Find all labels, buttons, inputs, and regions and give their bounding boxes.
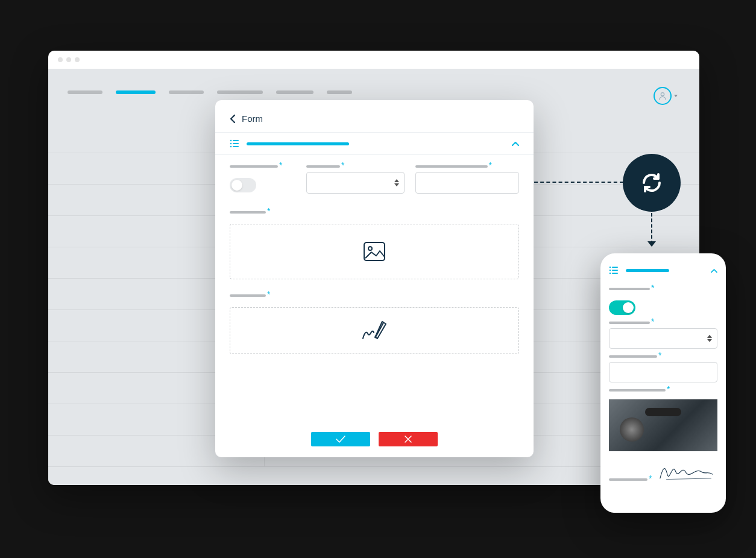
svg-rect-14 <box>612 273 618 274</box>
engine-photo[interactable] <box>609 399 717 451</box>
nav-tab[interactable] <box>68 90 102 94</box>
signature-icon <box>359 318 389 343</box>
connector-line <box>651 213 652 244</box>
sync-badge <box>623 154 681 212</box>
field-signature: * <box>230 294 519 354</box>
toggle-switch-on[interactable] <box>609 300 635 315</box>
svg-point-11 <box>610 270 611 271</box>
chevron-left-icon[interactable] <box>230 114 236 124</box>
svg-rect-4 <box>233 143 239 144</box>
section-title-placeholder <box>247 142 349 145</box>
svg-rect-12 <box>612 270 618 271</box>
required-asterisk: * <box>267 209 270 213</box>
svg-rect-10 <box>612 267 618 268</box>
form-body: * * <box>215 155 534 354</box>
field-text: * <box>415 165 519 194</box>
modal-title: Form <box>242 113 263 124</box>
checkmark-icon <box>335 435 346 443</box>
arrow-down-icon <box>647 241 656 247</box>
select-caret-icon <box>394 179 399 186</box>
nav-tab[interactable] <box>169 90 204 94</box>
svg-rect-7 <box>364 243 385 261</box>
required-asterisk: * <box>658 354 661 357</box>
form-modal: Form * <box>215 100 534 457</box>
toggle-switch[interactable] <box>230 178 256 192</box>
field-toggle: * <box>230 165 295 194</box>
phone-preview: * * * <box>600 253 726 513</box>
svg-rect-2 <box>233 140 239 141</box>
browser-title-bar <box>48 51 699 69</box>
list-icon <box>609 265 619 275</box>
image-upload-area[interactable] <box>230 224 519 279</box>
svg-point-1 <box>230 140 232 142</box>
text-input[interactable] <box>415 172 519 194</box>
required-asterisk: * <box>651 286 654 290</box>
select-input[interactable] <box>609 328 717 349</box>
window-dot[interactable] <box>58 57 63 62</box>
phone-section-header[interactable] <box>609 264 717 281</box>
field-select: * <box>306 165 405 194</box>
phone-field-signature: * <box>609 461 717 481</box>
user-icon <box>658 91 667 101</box>
svg-point-13 <box>610 273 611 274</box>
phone-field-toggle: * <box>609 287 717 315</box>
required-asterisk: * <box>267 293 270 296</box>
signature-area[interactable] <box>230 307 519 354</box>
list-icon <box>230 139 239 148</box>
phone-field-image: * <box>609 388 717 451</box>
connector-line <box>534 182 623 183</box>
select-caret-icon <box>707 335 712 342</box>
svg-point-8 <box>368 247 372 250</box>
window-dot[interactable] <box>75 57 80 62</box>
phone-field-text: * <box>609 355 717 382</box>
text-input[interactable] <box>609 362 717 382</box>
image-icon <box>362 239 387 264</box>
nav-tab[interactable] <box>327 90 352 94</box>
select-input[interactable] <box>306 172 405 194</box>
phone-form-body: * * * <box>609 287 717 481</box>
required-asterisk: * <box>341 163 344 167</box>
required-asterisk: * <box>649 477 652 480</box>
nav-tab-active[interactable] <box>116 90 156 94</box>
chevron-up-icon[interactable] <box>711 268 717 273</box>
confirm-button[interactable] <box>311 432 370 446</box>
nav-tabs <box>48 69 699 101</box>
avatar[interactable] <box>654 87 672 105</box>
cancel-button[interactable] <box>379 432 438 446</box>
close-icon <box>404 435 412 443</box>
nav-tab[interactable] <box>276 90 313 94</box>
section-header[interactable] <box>215 132 534 155</box>
nav-tab[interactable] <box>217 90 263 94</box>
svg-point-5 <box>230 146 232 148</box>
svg-point-3 <box>230 143 232 145</box>
user-menu[interactable] <box>654 87 678 105</box>
svg-point-0 <box>661 93 664 96</box>
required-asterisk: * <box>667 387 670 391</box>
signature-scribble-icon <box>655 461 717 481</box>
field-image: * <box>230 211 519 279</box>
svg-point-9 <box>610 267 611 268</box>
modal-header: Form <box>215 100 534 132</box>
chevron-down-icon <box>674 95 678 97</box>
window-dot[interactable] <box>66 57 71 62</box>
required-asterisk: * <box>651 320 654 323</box>
required-asterisk: * <box>279 163 282 167</box>
sync-icon <box>637 168 667 198</box>
chevron-up-icon[interactable] <box>512 141 519 146</box>
modal-actions <box>215 432 534 446</box>
section-title-placeholder <box>626 269 669 272</box>
phone-field-select: * <box>609 321 717 349</box>
required-asterisk: * <box>489 163 492 167</box>
svg-rect-6 <box>233 146 239 147</box>
